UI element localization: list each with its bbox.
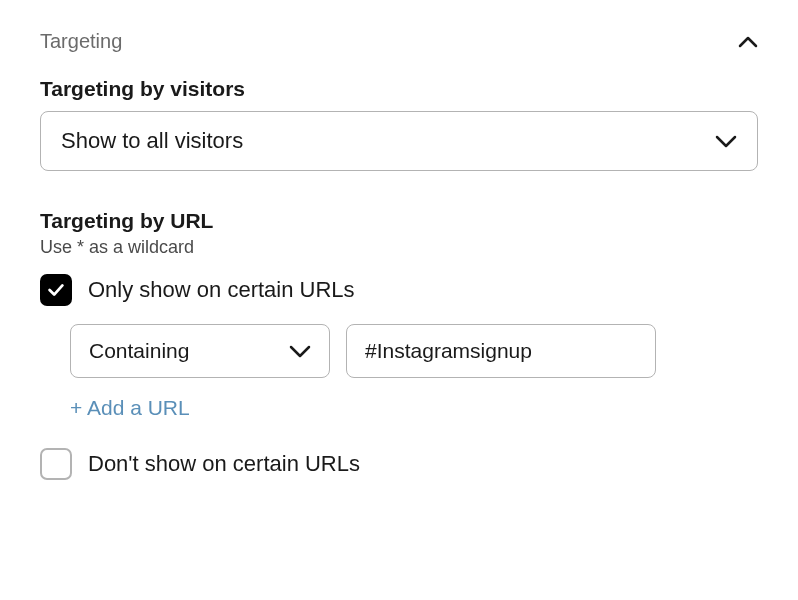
visitors-label: Targeting by visitors [40,77,758,101]
match-type-select[interactable]: Containing [70,324,330,378]
url-label: Targeting by URL [40,209,758,233]
collapse-icon[interactable] [738,36,758,48]
url-controls: Containing [70,324,758,378]
url-hint: Use * as a wildcard [40,237,758,258]
visitors-select-value: Show to all visitors [61,128,243,154]
dont-show-label: Don't show on certain URLs [88,451,360,477]
url-input[interactable] [346,324,656,378]
section-title: Targeting [40,30,122,53]
section-header: Targeting [40,30,758,53]
only-show-row: Only show on certain URLs [40,274,758,306]
dont-show-checkbox[interactable] [40,448,72,480]
dont-show-row: Don't show on certain URLs [40,448,758,480]
targeting-url-section: Targeting by URL Use * as a wildcard Onl… [40,209,758,480]
targeting-visitors-section: Targeting by visitors Show to all visito… [40,77,758,171]
only-show-checkbox[interactable] [40,274,72,306]
visitors-select[interactable]: Show to all visitors [40,111,758,171]
chevron-down-icon [715,134,737,148]
only-show-label: Only show on certain URLs [88,277,355,303]
match-type-value: Containing [89,339,189,363]
chevron-down-icon [289,344,311,358]
add-url-link[interactable]: + Add a URL [70,396,190,420]
